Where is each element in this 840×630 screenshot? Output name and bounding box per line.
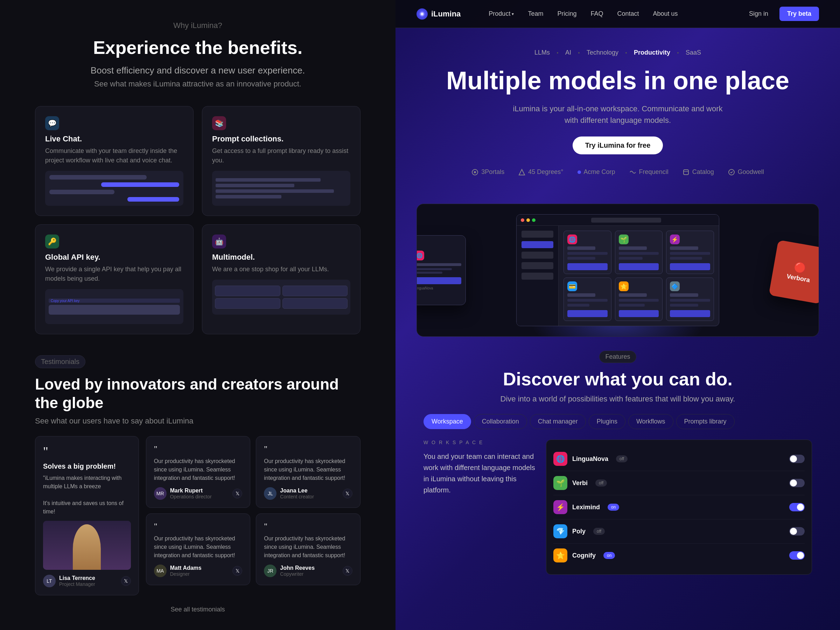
tag-productivity[interactable]: Productivity	[634, 49, 670, 56]
live-chat-desc: Communicate with your team directly insi…	[45, 146, 183, 165]
see-all-testimonials[interactable]: See all testimonials	[35, 606, 360, 613]
verbora-label: Verbora	[786, 273, 811, 284]
nav-contact[interactable]: Contact	[617, 10, 639, 17]
window-dot-max	[532, 218, 535, 222]
feature-tabs: Workspace Collaboration Chat manager Plu…	[423, 414, 812, 429]
tab-collaboration[interactable]: Collaboration	[474, 414, 527, 429]
toggle-knob	[797, 552, 804, 559]
card-title	[567, 246, 595, 250]
live-chat-preview	[45, 171, 183, 206]
model-icon-verbi: 🌱	[553, 476, 567, 490]
x-badge-joana: 𝕏	[343, 489, 352, 498]
model-name-cognify: Cognify	[572, 552, 596, 559]
testimonial-john-body: Our productivity has skyrocketed since u…	[264, 534, 352, 560]
person-mark: MR Mark Rupert Operations director 𝕏	[154, 487, 243, 500]
model-toggle-verbi[interactable]	[789, 479, 805, 487]
tag-ai[interactable]: AI	[565, 49, 571, 56]
card-line	[670, 252, 710, 255]
try-free-button[interactable]: Try iLumina for free	[573, 136, 663, 154]
person-john: JR John Reeves Copywriter 𝕏	[264, 565, 352, 577]
sidebar-item-active	[521, 241, 553, 248]
nav-about[interactable]: About us	[653, 10, 678, 17]
model-verbi: 🌱 Verbi off	[553, 471, 805, 495]
testimonials-subtitle: See what our users have to say about iLu…	[35, 417, 360, 426]
window-dot-close	[521, 218, 524, 222]
model-badge-cognify: on	[603, 552, 615, 559]
multimodel-desc: We are a one stop shop for all your LLMs…	[212, 265, 351, 274]
model-toggle-leximind[interactable]	[789, 503, 805, 512]
prompt-desc: Get access to a full prompt library read…	[212, 146, 351, 165]
card-line	[670, 299, 710, 302]
toggle-knob	[790, 480, 797, 486]
chevron-down-icon: ▾	[512, 11, 514, 16]
partner-goodwell: Goodwell	[728, 168, 764, 176]
benefits-desc: See what makes iLumina attractive as an …	[35, 79, 360, 88]
card-title	[619, 246, 647, 250]
tag-llms[interactable]: LLMs	[534, 49, 550, 56]
features-grid: 💬 Live Chat. Communicate with your team …	[35, 106, 360, 334]
card-button	[619, 310, 659, 317]
person-name-mark: Mark Rupert	[170, 488, 212, 494]
why-label: Why iLumina?	[35, 21, 360, 30]
tab-workspace[interactable]: Workspace	[423, 414, 471, 429]
prompt-title: Prompt collections.	[212, 134, 351, 144]
nav-pricing[interactable]: Pricing	[557, 10, 576, 17]
avatar-joana: JL	[264, 487, 276, 500]
prompt-preview	[212, 171, 351, 206]
partner-label: Frequencil	[639, 168, 668, 176]
card-line	[619, 299, 659, 302]
card-title	[670, 246, 698, 250]
card-button	[670, 310, 710, 317]
nav-team[interactable]: Team	[528, 10, 543, 17]
multimodel-icon: 🤖	[212, 235, 226, 248]
benefits-subtitle: Boost efficiency and discover a new user…	[35, 65, 360, 76]
model-toggle-poly[interactable]	[789, 527, 805, 535]
try-beta-button[interactable]: Try beta	[780, 7, 819, 21]
dash-card-verbura: 🔷	[666, 278, 714, 321]
person-name-lisa: Lisa Terrence	[59, 575, 95, 581]
models-list-panel: 🌐 LinguaNova off 🌱 Verbi off	[546, 440, 812, 575]
tab-chat-manager[interactable]: Chat manager	[530, 414, 586, 429]
nav-product[interactable]: Product ▾	[489, 10, 514, 17]
dash-content: 🌐 🌱	[516, 226, 719, 326]
tab-plugins[interactable]: Plugins	[589, 414, 625, 429]
partner-label: 45 Degrees°	[528, 168, 563, 176]
right-panel: iLumina Product ▾ Team Pricing FAQ Conta…	[395, 0, 840, 630]
quote-icon: "	[154, 444, 243, 453]
tag-saas[interactable]: SaaS	[686, 49, 701, 56]
dash-card-cognify: ⭐	[615, 278, 663, 321]
prompt-icon: 📚	[212, 116, 226, 130]
card-button	[567, 310, 608, 317]
features-label: Features	[599, 351, 636, 363]
workspace-label: W o r k s p a c e	[423, 440, 535, 445]
card-logo: 🌐	[567, 235, 577, 244]
hero-tags: LLMs AI Technology Productivity SaaS	[423, 49, 812, 56]
testimonial-featured-body: "iLumina makes interacting with multiple…	[43, 474, 131, 516]
nav-faq[interactable]: FAQ	[591, 10, 603, 17]
person-info-john: John Reeves Copywriter	[280, 565, 315, 577]
card-logo: ⭐	[619, 281, 628, 291]
partner-label: Catalog	[692, 168, 714, 176]
model-name-leximind: Leximind	[572, 504, 600, 511]
model-badge-poly: off	[593, 528, 605, 535]
model-toggle-cognify[interactable]	[789, 551, 805, 560]
testimonial-featured: " Solves a big problem! "iLumina makes i…	[35, 436, 139, 595]
testimonial-joana: " Our productivity has skyrocketed since…	[256, 436, 360, 508]
signin-button[interactable]: Sign in	[744, 7, 774, 20]
tab-workflows[interactable]: Workflows	[628, 414, 673, 429]
live-chat-title: Live Chat.	[45, 134, 183, 144]
person-role-joana: Content creator	[280, 494, 314, 499]
tab-prompts-library[interactable]: Prompts library	[676, 414, 735, 429]
card-line	[619, 252, 659, 255]
model-toggle-linguanova[interactable]	[789, 455, 805, 463]
avatar-lisa: LT	[43, 575, 56, 587]
card-line	[670, 304, 698, 306]
features-desc: Dive into a world of possibilities with …	[423, 395, 812, 404]
testimonial-image	[43, 521, 131, 570]
logo-icon	[417, 8, 428, 20]
partner-catalog: Catalog	[682, 168, 714, 176]
tag-technology[interactable]: Technology	[587, 49, 619, 56]
partner-logos-row: 3Portals 45 Degrees° Acme Corp Frequenci…	[423, 168, 812, 176]
model-name-linguanova: LinguaNova	[572, 455, 608, 463]
features-title: Discover what you can do.	[423, 369, 812, 390]
